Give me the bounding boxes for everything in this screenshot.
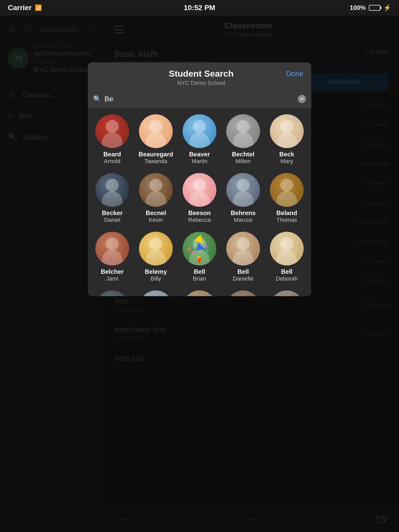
done-button[interactable]: Done <box>286 69 303 79</box>
student-first-name: Thomas <box>276 217 297 223</box>
student-bell-deborah[interactable]: Bell Deborah <box>265 228 309 286</box>
student-bechtel-milton[interactable]: Bechtel Milton <box>221 110 265 169</box>
student-first-name: Milton <box>236 158 251 165</box>
student-first-name: Mary <box>281 158 293 165</box>
student-benham[interactable]: Benham <box>265 286 309 296</box>
student-last-name: Beard <box>103 151 121 158</box>
student-last-name: Bechtel <box>232 151 255 158</box>
student-first-name: Arnold <box>104 158 121 165</box>
student-avatar <box>183 232 216 265</box>
wifi-icon: 📶 <box>35 4 42 11</box>
student-beeson-rebecca[interactable]: Beeson Rebecca <box>178 169 221 228</box>
student-beauregard-tawanda[interactable]: Beauregard Tawanda <box>134 110 178 169</box>
student-grid: Beard Arnold Beauregard Tawanda <box>88 108 311 296</box>
student-belcher-jami[interactable]: Belcher Jami <box>90 228 134 286</box>
status-bar: Carrier 📶 10:52 PM 100% ⚡ <box>0 0 399 16</box>
student-avatar <box>183 114 216 148</box>
student-belemy-billy[interactable]: Belemy Billy <box>134 228 178 286</box>
student-first-name: Daniel <box>104 217 120 223</box>
student-last-name: Belcher <box>101 268 124 275</box>
student-last-name: Beland <box>276 209 297 217</box>
student-avatar <box>270 232 304 265</box>
carrier-label: Carrier <box>8 4 32 12</box>
student-first-name: Billy <box>151 275 161 282</box>
student-belt[interactable]: Belt <box>178 286 221 296</box>
student-first-name: Brian <box>193 275 206 282</box>
student-first-name: Marcos <box>234 217 252 223</box>
modal-overlay: Student Search NYC Demo School Done 🔍 ✕ <box>0 16 399 532</box>
modal-header: Student Search NYC Demo School Done <box>88 62 311 91</box>
student-last-name: Beck <box>279 151 294 158</box>
student-beaver-martin[interactable]: Beaver Martin <box>178 110 221 169</box>
student-last-name: Bell <box>194 268 205 275</box>
student-first-name: Tawanda <box>144 158 167 165</box>
student-bell-brian[interactable]: Bell Brian <box>178 228 221 286</box>
student-avatar <box>95 114 129 148</box>
student-avatar <box>183 173 216 207</box>
student-first-name: Deborah <box>276 275 298 282</box>
student-last-name: Bell <box>281 268 292 275</box>
student-last-name: Becker <box>102 209 123 217</box>
student-avatar <box>183 290 216 296</box>
modal-title-group: Student Search NYC Demo School <box>116 69 286 87</box>
time-display: 10:52 PM <box>184 4 215 12</box>
student-avatar <box>226 232 260 265</box>
student-bell-danielle[interactable]: Bell Danielle <box>221 228 265 286</box>
lightning-icon: ⚡ <box>383 4 391 11</box>
student-avatar <box>270 290 304 296</box>
student-beard-arnold[interactable]: Beard Arnold <box>90 110 134 169</box>
modal-subtitle: NYC Demo School <box>116 80 286 87</box>
student-avatar <box>139 114 173 148</box>
student-behrens-marcos[interactable]: Behrens Marcos <box>221 169 265 228</box>
student-first-name: Kevin <box>149 217 163 223</box>
student-becnel-kevin[interactable]: Becnel Kevin <box>134 169 178 228</box>
student-benfield[interactable]: Benfield <box>221 286 265 296</box>
search-bar: 🔍 ✕ <box>88 91 311 108</box>
search-icon: 🔍 <box>93 95 101 103</box>
student-bell-5[interactable]: Bell <box>134 286 178 296</box>
student-beland-thomas[interactable]: Beland Thomas <box>265 169 309 228</box>
student-first-name: Rebecca <box>188 217 211 223</box>
student-avatar <box>270 173 304 207</box>
battery-percent: 100% <box>350 4 366 11</box>
student-last-name: Beauregard <box>138 151 173 158</box>
student-last-name: Behrens <box>231 209 256 217</box>
student-last-name: Beaver <box>189 151 210 158</box>
student-avatar <box>226 290 260 296</box>
student-bell-4[interactable]: Bell <box>90 286 134 296</box>
student-avatar <box>95 173 129 207</box>
student-last-name: Belemy <box>145 268 167 275</box>
search-input[interactable] <box>104 95 295 103</box>
student-becker-daniel[interactable]: Becker Daniel <box>90 169 134 228</box>
student-avatar <box>95 290 129 296</box>
student-first-name: Martin <box>191 158 207 165</box>
student-first-name: Danielle <box>233 275 254 282</box>
student-avatar <box>226 173 260 207</box>
student-last-name: Becnel <box>146 209 166 217</box>
student-beck-mary[interactable]: Beck Mary <box>265 110 309 169</box>
student-last-name: Bell <box>237 268 249 275</box>
student-search-modal: Student Search NYC Demo School Done 🔍 ✕ <box>88 62 311 296</box>
student-last-name: Beeson <box>188 209 211 217</box>
student-avatar <box>139 173 173 207</box>
clear-search-button[interactable]: ✕ <box>298 95 306 103</box>
student-avatar <box>139 290 173 296</box>
modal-title: Student Search <box>116 69 286 79</box>
student-avatar <box>270 114 304 148</box>
student-avatar <box>226 114 260 148</box>
student-avatar <box>139 232 173 265</box>
student-avatar <box>95 232 129 265</box>
student-first-name: Jami <box>106 275 118 282</box>
battery-icon <box>369 5 380 11</box>
